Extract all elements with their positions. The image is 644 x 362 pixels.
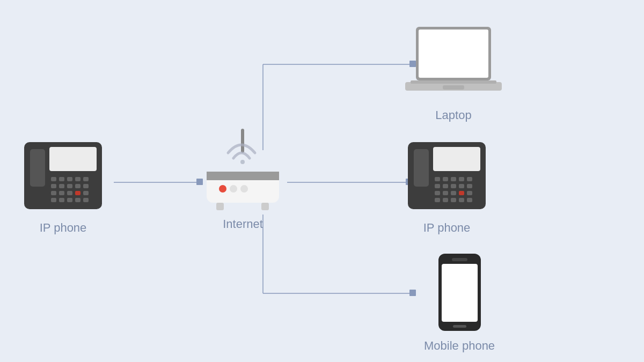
svg-rect-19 [59, 184, 64, 188]
svg-rect-62 [443, 191, 448, 195]
ip-phone-right-label: IP phone [423, 221, 471, 235]
svg-rect-55 [467, 177, 472, 181]
svg-rect-37 [207, 176, 279, 180]
mobile-phone-label: Mobile phone [424, 339, 495, 353]
internet-router: Internet [196, 123, 290, 231]
svg-rect-72 [442, 264, 478, 322]
svg-rect-31 [75, 198, 80, 202]
svg-rect-66 [435, 198, 440, 202]
svg-rect-28 [51, 198, 56, 202]
svg-rect-63 [451, 191, 456, 195]
svg-rect-69 [459, 198, 464, 202]
ip-phone-right-icon [405, 139, 488, 215]
svg-rect-23 [51, 191, 56, 195]
svg-rect-68 [451, 198, 456, 202]
svg-rect-17 [83, 177, 89, 181]
svg-rect-9 [409, 290, 416, 296]
svg-rect-65 [467, 191, 472, 195]
laptop: Laptop [402, 24, 504, 122]
svg-rect-41 [216, 203, 224, 210]
laptop-icon [402, 24, 504, 102]
svg-rect-52 [443, 177, 448, 181]
internet-label: Internet [223, 217, 263, 231]
svg-rect-49 [414, 149, 429, 187]
svg-rect-51 [435, 177, 440, 181]
svg-point-40 [240, 185, 248, 193]
svg-rect-57 [443, 184, 448, 188]
svg-point-38 [219, 185, 226, 193]
svg-rect-56 [435, 184, 440, 188]
svg-rect-47 [443, 85, 464, 90]
diagram-container: IP phone Internet [0, 0, 644, 362]
svg-rect-18 [51, 184, 56, 188]
svg-rect-74 [453, 325, 466, 328]
svg-rect-13 [51, 177, 56, 181]
mobile-phone-icon [437, 252, 482, 333]
svg-rect-44 [419, 29, 488, 78]
svg-rect-26 [75, 191, 80, 195]
svg-rect-16 [75, 177, 80, 181]
laptop-label: Laptop [435, 108, 471, 122]
svg-point-39 [230, 185, 237, 193]
ip-phone-left-icon [21, 139, 105, 215]
svg-rect-42 [261, 203, 269, 210]
svg-rect-21 [75, 184, 80, 188]
svg-rect-33 [241, 129, 244, 153]
svg-rect-70 [467, 198, 472, 202]
svg-rect-11 [30, 149, 45, 187]
svg-rect-30 [67, 198, 72, 202]
svg-rect-29 [59, 198, 64, 202]
svg-rect-50 [433, 147, 480, 171]
ip-phone-right: IP phone [405, 139, 488, 235]
svg-rect-12 [49, 147, 97, 171]
svg-rect-27 [83, 191, 89, 195]
svg-rect-20 [67, 184, 72, 188]
svg-rect-67 [443, 198, 448, 202]
svg-rect-46 [411, 80, 496, 84]
mobile-phone: Mobile phone [424, 252, 495, 353]
svg-rect-73 [452, 258, 467, 261]
svg-rect-54 [459, 177, 464, 181]
svg-rect-61 [435, 191, 440, 195]
svg-rect-14 [59, 177, 64, 181]
svg-rect-32 [83, 198, 89, 202]
router-icon [196, 123, 290, 217]
ip-phone-left-label: IP phone [40, 221, 87, 235]
svg-rect-53 [451, 177, 456, 181]
svg-rect-59 [459, 184, 464, 188]
svg-rect-15 [67, 177, 72, 181]
svg-rect-58 [451, 184, 456, 188]
svg-rect-64 [459, 191, 464, 195]
svg-rect-25 [67, 191, 72, 195]
svg-rect-22 [83, 184, 89, 188]
svg-point-34 [240, 160, 245, 164]
ip-phone-left: IP phone [21, 139, 105, 235]
svg-rect-60 [467, 184, 472, 188]
svg-rect-24 [59, 191, 64, 195]
